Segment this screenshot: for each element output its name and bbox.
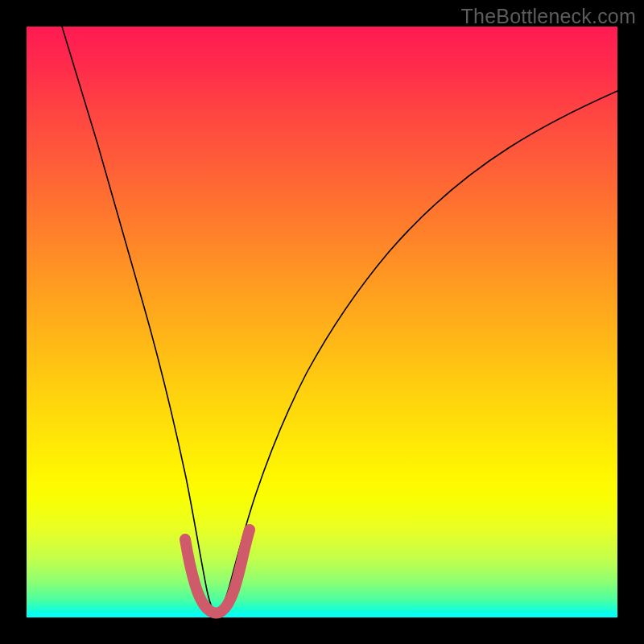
optimal-band-marker (185, 530, 250, 613)
bottleneck-curve (62, 27, 617, 613)
plot-area (27, 27, 617, 617)
curve-layer (27, 27, 617, 617)
watermark-text: TheBottleneck.com (461, 5, 636, 28)
chart-frame: TheBottleneck.com (0, 0, 644, 644)
